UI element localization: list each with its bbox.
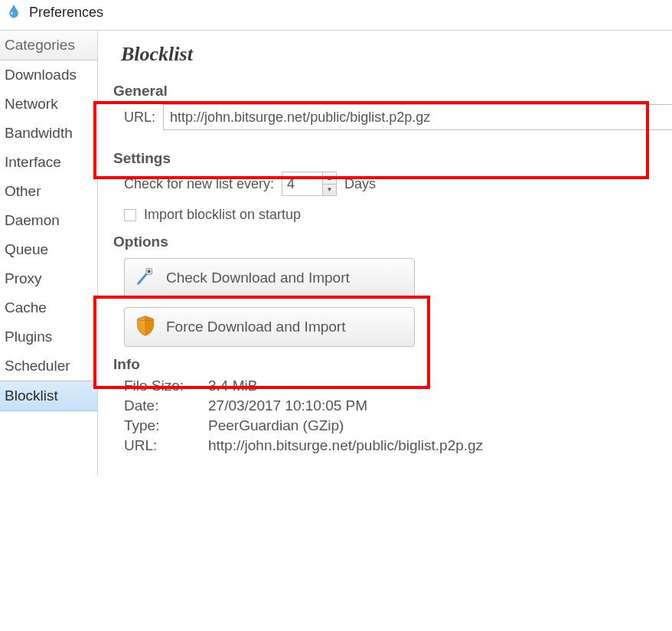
sidebar-item-interface[interactable]: Interface [0, 148, 97, 177]
sidebar-item-daemon[interactable]: Daemon [0, 206, 97, 235]
wand-icon [134, 265, 157, 292]
info-heading: Info [113, 356, 672, 373]
sidebar-item-network[interactable]: Network [0, 90, 97, 119]
window-title: Preferences [29, 5, 103, 21]
check-every-value[interactable] [282, 172, 322, 195]
check-every-label: Check for new list every: [124, 176, 274, 192]
info-file-size-value: 3.4 MiB [208, 378, 672, 394]
spinner-up-icon[interactable]: ▲ [323, 172, 336, 185]
force-download-import-label: Force Download and Import [166, 319, 345, 335]
import-startup-label: Import blocklist on startup [144, 207, 301, 223]
options-section: Options Check Download and Import [110, 234, 672, 347]
settings-heading: Settings [113, 150, 672, 167]
settings-section: Settings Check for new list every: ▲ ▼ D… [110, 150, 672, 223]
info-date-label: Date: [124, 397, 208, 414]
spinner-down-icon[interactable]: ▼ [323, 185, 336, 196]
preferences-content: Blocklist General URL: Settings Check fo… [98, 31, 672, 476]
import-startup-checkbox[interactable] [124, 209, 136, 221]
deluge-icon [6, 3, 21, 22]
info-date-value: 27/03/2017 10:10:05 PM [208, 397, 672, 414]
sidebar-item-downloads[interactable]: Downloads [0, 60, 97, 90]
sidebar-item-proxy[interactable]: Proxy [0, 264, 97, 293]
info-url-value: http://john.bitsurge.net/public/biglist.… [208, 437, 672, 454]
force-download-import-button[interactable]: Force Download and Import [124, 307, 415, 347]
info-section: Info File Size: 3.4 MiB Date: 27/03/2017… [110, 356, 672, 454]
svg-rect-2 [148, 270, 151, 273]
check-every-unit: Days [344, 176, 376, 192]
info-file-size-label: File Size: [124, 378, 208, 394]
check-download-import-button[interactable]: Check Download and Import [124, 258, 415, 298]
page-title: Blocklist [121, 43, 672, 66]
sidebar-item-queue[interactable]: Queue [0, 235, 97, 264]
shield-icon [134, 314, 157, 341]
sidebar-item-cache[interactable]: Cache [0, 293, 97, 322]
options-heading: Options [113, 234, 672, 250]
sidebar-item-scheduler[interactable]: Scheduler [0, 351, 97, 381]
svg-point-0 [11, 12, 13, 15]
window-titlebar: Preferences [0, 0, 672, 30]
sidebar-item-blocklist[interactable]: Blocklist [0, 381, 97, 411]
categories-sidebar: Categories Downloads Network Bandwidth I… [0, 31, 98, 476]
general-heading: General [113, 83, 672, 100]
info-type-value: PeerGuardian (GZip) [208, 417, 672, 434]
url-input[interactable] [163, 104, 672, 130]
sidebar-header: Categories [0, 31, 97, 60]
info-url-label: URL: [124, 437, 208, 454]
general-section: General URL: [110, 83, 672, 141]
check-download-import-label: Check Download and Import [166, 270, 350, 286]
svg-line-3 [139, 274, 146, 283]
url-label: URL: [124, 110, 155, 126]
sidebar-item-bandwidth[interactable]: Bandwidth [0, 119, 97, 148]
sidebar-item-other[interactable]: Other [0, 177, 97, 206]
check-every-spinner[interactable]: ▲ ▼ [282, 172, 337, 196]
sidebar-item-plugins[interactable]: Plugins [0, 322, 97, 351]
info-type-label: Type: [124, 417, 208, 434]
